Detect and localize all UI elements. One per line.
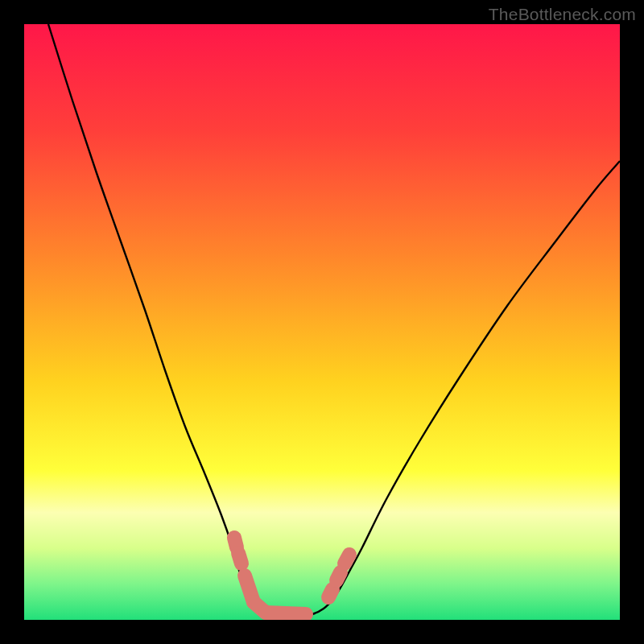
svg-line-1 <box>238 553 242 564</box>
svg-line-5 <box>328 589 332 597</box>
svg-line-0 <box>234 538 237 547</box>
chart-frame: TheBottleneck.com <box>0 0 644 644</box>
svg-line-6 <box>336 572 341 580</box>
svg-line-4 <box>266 613 306 614</box>
watermark-text: TheBottleneck.com <box>489 5 636 24</box>
chart-plot-area <box>24 24 620 620</box>
svg-line-7 <box>345 555 349 564</box>
gradient-background <box>24 24 620 620</box>
chart-svg <box>24 24 620 620</box>
